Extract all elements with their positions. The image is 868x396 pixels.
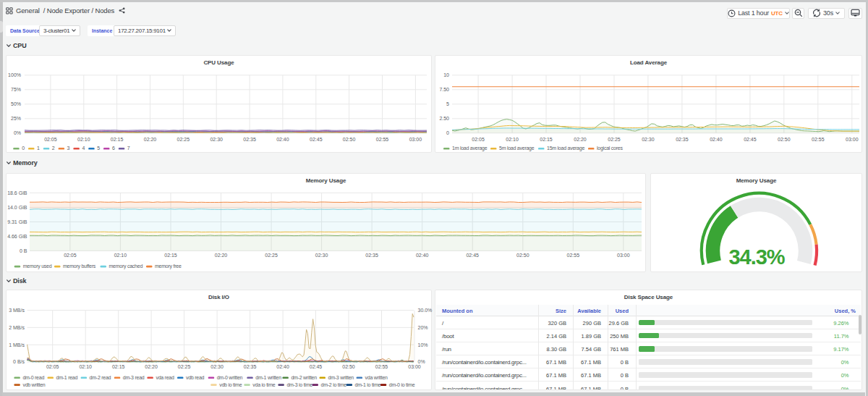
svg-text:20%: 20%	[418, 325, 428, 330]
svg-text:02:50: 02:50	[778, 137, 791, 142]
svg-text:1m load average: 1m load average	[452, 146, 488, 151]
svg-text:3 MB/s: 3 MB/s	[9, 308, 25, 313]
svg-text:02:20: 02:20	[215, 253, 228, 258]
svg-text:02:20: 02:20	[574, 137, 587, 142]
svg-text:02:40: 02:40	[276, 364, 289, 369]
svg-text:0 B/s: 0 B/s	[13, 359, 25, 364]
svg-text:dm-1 written: dm-1 written	[255, 375, 281, 380]
svg-text:02:30: 02:30	[315, 253, 328, 258]
svg-text:02:15: 02:15	[111, 137, 124, 142]
svg-text:25%: 25%	[11, 116, 21, 121]
svg-text:02:25: 02:25	[178, 364, 191, 369]
svg-text:02:30: 02:30	[642, 137, 655, 142]
svg-text:100%: 100%	[8, 72, 21, 77]
svg-text:02:05: 02:05	[64, 253, 77, 258]
svg-text:02:15: 02:15	[540, 137, 553, 142]
svg-text:3: 3	[67, 146, 70, 151]
svg-text:7.50: 7.50	[439, 87, 449, 92]
svg-text:5: 5	[446, 101, 449, 106]
svg-text:02:35: 02:35	[244, 364, 257, 369]
svg-text:02:05: 02:05	[472, 137, 485, 142]
svg-text:75%: 75%	[11, 87, 21, 92]
svg-text:02:10: 02:10	[506, 137, 519, 142]
svg-text:dm-1 io time: dm-1 io time	[355, 382, 381, 387]
svg-text:dm-3 written: dm-3 written	[328, 375, 354, 380]
svg-text:02:55: 02:55	[812, 137, 825, 142]
svg-text:18.6 GiB: 18.6 GiB	[7, 190, 27, 195]
svg-text:10: 10	[443, 72, 449, 77]
svg-text:03:00: 03:00	[409, 137, 422, 142]
svg-text:dm-3 io time: dm-3 io time	[286, 382, 312, 387]
svg-text:02:15: 02:15	[164, 253, 177, 258]
svg-text:15m load average: 15m load average	[547, 146, 584, 151]
svg-text:02:40: 02:40	[276, 137, 289, 142]
svg-text:02:50: 02:50	[342, 364, 355, 369]
svg-text:5m load average: 5m load average	[499, 146, 535, 151]
svg-text:02:20: 02:20	[145, 364, 158, 369]
svg-text:vdb written: vdb written	[22, 382, 45, 387]
svg-text:02:10: 02:10	[79, 364, 92, 369]
svg-text:10%: 10%	[418, 342, 428, 347]
svg-text:02:55: 02:55	[567, 253, 580, 258]
svg-text:0 B: 0 B	[20, 248, 27, 253]
svg-text:memory free: memory free	[155, 264, 182, 269]
svg-text:02:45: 02:45	[310, 137, 323, 142]
svg-text:vdb io time: vdb io time	[219, 382, 242, 387]
svg-text:02:10: 02:10	[77, 137, 90, 142]
svg-text:dm-3 read: dm-3 read	[123, 375, 145, 380]
svg-text:0%: 0%	[14, 130, 21, 135]
svg-text:02:30: 02:30	[210, 137, 223, 142]
svg-text:dm-0 io time: dm-0 io time	[389, 382, 415, 387]
svg-text:30.0%: 30.0%	[418, 308, 433, 313]
svg-text:02:40: 02:40	[416, 253, 429, 258]
svg-text:7: 7	[127, 146, 130, 151]
svg-text:dm-2 written: dm-2 written	[291, 375, 317, 380]
svg-text:02:50: 02:50	[343, 137, 356, 142]
svg-text:02:35: 02:35	[365, 253, 378, 258]
svg-text:0: 0	[22, 146, 25, 151]
svg-text:dm-0 written: dm-0 written	[217, 375, 243, 380]
svg-text:memory cached: memory cached	[109, 264, 143, 269]
svg-text:vdb read: vdb read	[186, 375, 205, 380]
svg-text:0: 0	[446, 130, 449, 135]
svg-text:02:35: 02:35	[243, 137, 256, 142]
svg-text:vda read: vda read	[156, 375, 174, 380]
svg-text:5: 5	[97, 146, 100, 151]
svg-text:4: 4	[82, 146, 85, 151]
svg-text:4.66 GiB: 4.66 GiB	[7, 234, 27, 239]
svg-text:memory buffers: memory buffers	[63, 264, 96, 269]
svg-text:02:15: 02:15	[112, 364, 125, 369]
svg-text:vda io time: vda io time	[252, 382, 275, 387]
svg-text:02:45: 02:45	[744, 137, 757, 142]
svg-text:02:55: 02:55	[376, 137, 389, 142]
svg-text:50%: 50%	[11, 101, 21, 106]
svg-text:2 MB/s: 2 MB/s	[9, 325, 25, 330]
svg-text:1 MB/s: 1 MB/s	[9, 342, 25, 347]
svg-text:34.3%: 34.3%	[728, 245, 785, 269]
svg-text:02:25: 02:25	[608, 137, 621, 142]
svg-text:03:00: 03:00	[617, 253, 630, 258]
svg-text:02:10: 02:10	[114, 253, 127, 258]
svg-text:6: 6	[112, 146, 115, 151]
svg-text:03:00: 03:00	[408, 364, 421, 369]
svg-text:02:35: 02:35	[676, 137, 689, 142]
svg-text:02:45: 02:45	[310, 364, 323, 369]
svg-text:dm-1 read: dm-1 read	[56, 375, 78, 380]
svg-text:9.31 GiB: 9.31 GiB	[7, 219, 27, 224]
svg-text:02:25: 02:25	[265, 253, 278, 258]
svg-text:02:20: 02:20	[144, 137, 157, 142]
svg-text:logical cores: logical cores	[597, 146, 623, 151]
svg-text:02:30: 02:30	[210, 364, 224, 369]
svg-text:02:45: 02:45	[466, 253, 479, 258]
svg-text:2: 2	[52, 146, 55, 151]
svg-text:dm-2 io time: dm-2 io time	[321, 382, 347, 387]
svg-text:02:55: 02:55	[375, 364, 388, 369]
svg-text:02:50: 02:50	[516, 253, 529, 258]
svg-text:2.50: 2.50	[439, 116, 449, 121]
svg-text:14.0 GiB: 14.0 GiB	[7, 205, 27, 210]
svg-text:02:05: 02:05	[46, 364, 59, 369]
svg-text:dm-2 read: dm-2 read	[90, 375, 111, 380]
svg-text:03:00: 03:00	[846, 137, 859, 142]
svg-text:02:25: 02:25	[177, 137, 190, 142]
svg-text:02:05: 02:05	[44, 137, 57, 142]
